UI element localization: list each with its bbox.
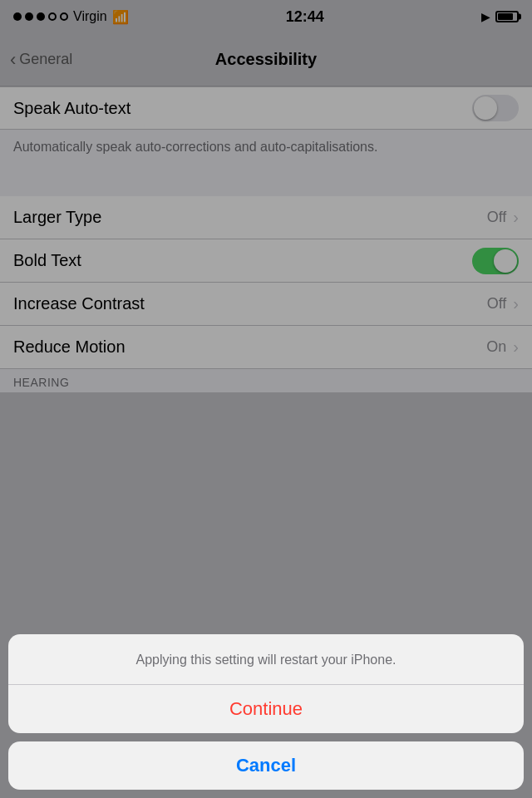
- alert-card: Applying this setting will restart your …: [8, 634, 524, 733]
- dialog-overlay: Applying this setting will restart your …: [0, 0, 532, 798]
- cancel-card: Cancel: [8, 741, 524, 790]
- action-sheet: Applying this setting will restart your …: [0, 634, 532, 798]
- alert-message-container: Applying this setting will restart your …: [8, 634, 524, 685]
- alert-message-text: Applying this setting will restart your …: [135, 653, 396, 667]
- continue-button[interactable]: Continue: [8, 685, 524, 733]
- cancel-button[interactable]: Cancel: [8, 741, 524, 790]
